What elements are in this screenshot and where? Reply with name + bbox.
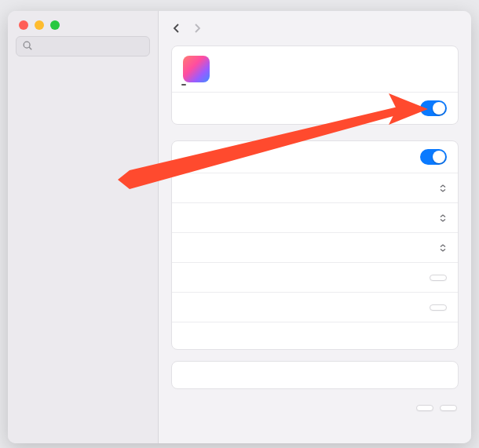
siri-responses-button[interactable] xyxy=(440,405,457,411)
search-input[interactable] xyxy=(16,36,150,56)
svg-point-0 xyxy=(24,42,30,48)
nav-back-button[interactable] xyxy=(168,20,185,37)
beta-badge xyxy=(181,84,186,86)
minimize-window-button[interactable] xyxy=(35,20,44,30)
siri-requests-toggle[interactable] xyxy=(420,149,447,165)
updown-icon xyxy=(439,184,447,192)
footer-buttons xyxy=(171,400,459,419)
extensions-heading xyxy=(171,419,459,422)
siri-requests-card xyxy=(171,140,459,350)
about-siri-button[interactable] xyxy=(416,405,433,411)
zoom-window-button[interactable] xyxy=(50,20,60,30)
updown-icon xyxy=(439,214,447,222)
voice-select-button[interactable] xyxy=(430,275,447,281)
delete-history-button[interactable] xyxy=(430,304,447,311)
toolbar xyxy=(159,11,471,46)
ai-privacy-card xyxy=(171,361,459,389)
window-controls xyxy=(8,11,158,36)
voice-privacy-note xyxy=(172,322,458,349)
main-panel xyxy=(159,11,471,443)
updown-icon xyxy=(439,244,447,252)
sidebar xyxy=(8,11,159,443)
close-window-button[interactable] xyxy=(19,20,28,30)
siri-hero-icon xyxy=(183,56,210,82)
search-icon xyxy=(22,40,33,51)
hero-card xyxy=(171,46,459,125)
language-popup[interactable] xyxy=(436,244,447,252)
apple-intelligence-toggle[interactable] xyxy=(420,100,447,116)
listen-for-popup[interactable] xyxy=(436,184,447,192)
nav-forward-button[interactable] xyxy=(188,20,206,37)
keyboard-shortcut-popup[interactable] xyxy=(436,214,447,222)
settings-window xyxy=(8,11,471,443)
content-scroll[interactable] xyxy=(159,46,471,443)
svg-line-1 xyxy=(29,47,31,49)
